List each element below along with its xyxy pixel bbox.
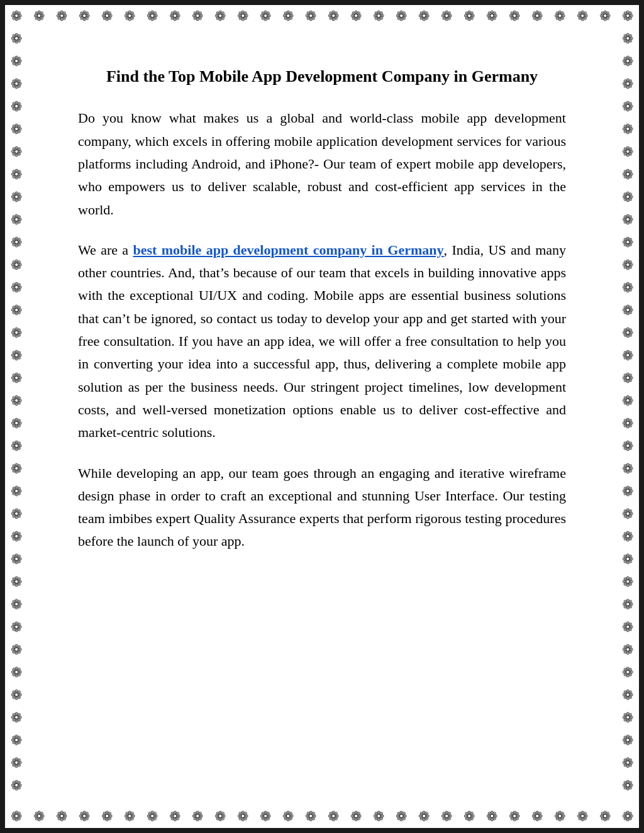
ornament-cell: ❁ bbox=[277, 5, 299, 28]
ornament-cell: ❁ bbox=[5, 73, 28, 96]
ornament-cell: ❁ bbox=[616, 277, 639, 299]
ornament-cell: ❁ bbox=[5, 96, 28, 118]
ornament-cell: ❁ bbox=[73, 5, 96, 28]
ornament-cell: ❁ bbox=[299, 5, 322, 28]
ornament-cell: ❁ bbox=[390, 5, 413, 28]
page-container: ❁❁❁❁❁❁❁❁❁❁❁❁❁❁❁❁❁❁❁❁❁❁❁❁❁❁❁❁ ❁❁❁❁❁❁❁❁❁❁❁… bbox=[0, 0, 644, 833]
ornament-cell: ❁ bbox=[616, 752, 639, 775]
ornament-cell: ❁ bbox=[231, 805, 254, 828]
ornament-cell: ❁ bbox=[5, 729, 28, 752]
ornament-cell: ❁ bbox=[616, 593, 639, 616]
ornament-cell: ❁ bbox=[164, 5, 186, 28]
ornament-cell: ❁ bbox=[616, 684, 639, 707]
ornament-cell: ❁ bbox=[616, 661, 639, 684]
ornament-cell: ❁ bbox=[616, 209, 639, 231]
paragraph-3: While developing an app, our team goes t… bbox=[78, 462, 566, 553]
ornament-cell: ❁ bbox=[435, 805, 458, 828]
ornament-cell: ❁ bbox=[594, 805, 616, 828]
ornament-cell: ❁ bbox=[616, 571, 639, 593]
ornament-cell: ❁ bbox=[616, 322, 639, 345]
ornament-cell: ❁ bbox=[277, 805, 299, 828]
ornament-cell: ❁ bbox=[345, 5, 367, 28]
ornament-cell: ❁ bbox=[5, 412, 28, 435]
ornament-cell: ❁ bbox=[616, 503, 639, 526]
ornament-cell: ❁ bbox=[5, 141, 28, 163]
ornament-cell: ❁ bbox=[571, 805, 594, 828]
ornament-cell: ❁ bbox=[5, 186, 28, 209]
ornament-cell: ❁ bbox=[186, 5, 209, 28]
para2-text-before: We are a bbox=[78, 242, 133, 258]
ornament-cell: ❁ bbox=[5, 526, 28, 548]
ornament-cell: ❁ bbox=[435, 5, 458, 28]
ornament-cell: ❁ bbox=[616, 299, 639, 322]
ornament-cell: ❁ bbox=[480, 5, 503, 28]
ornament-cell: ❁ bbox=[231, 5, 254, 28]
ornament-cell: ❁ bbox=[118, 805, 141, 828]
ornament-cell: ❁ bbox=[322, 5, 345, 28]
ornament-cell: ❁ bbox=[503, 5, 526, 28]
page-title: Find the Top Mobile App Development Comp… bbox=[78, 65, 566, 88]
ornament-cell: ❁ bbox=[5, 684, 28, 707]
ornament-cell: ❁ bbox=[616, 186, 639, 209]
ornament-cell: ❁ bbox=[616, 345, 639, 367]
ornament-cell: ❁ bbox=[5, 118, 28, 141]
ornament-cell: ❁ bbox=[5, 50, 28, 73]
ornament-cell: ❁ bbox=[616, 50, 639, 73]
ornament-cell: ❁ bbox=[5, 752, 28, 775]
ornament-cell: ❁ bbox=[5, 805, 28, 828]
ornament-cell: ❁ bbox=[5, 458, 28, 480]
ornament-cell: ❁ bbox=[367, 805, 390, 828]
ornament-cell: ❁ bbox=[616, 367, 639, 390]
ornament-cell: ❁ bbox=[616, 548, 639, 571]
ornament-cell: ❁ bbox=[548, 5, 571, 28]
ornament-bottom: ❁❁❁❁❁❁❁❁❁❁❁❁❁❁❁❁❁❁❁❁❁❁❁❁❁❁❁❁ bbox=[5, 805, 639, 828]
ornament-cell: ❁ bbox=[141, 5, 164, 28]
ornament-cell: ❁ bbox=[458, 805, 480, 828]
ornament-cell: ❁ bbox=[548, 805, 571, 828]
ornament-cell: ❁ bbox=[5, 345, 28, 367]
ornament-cell: ❁ bbox=[5, 661, 28, 684]
ornament-cell: ❁ bbox=[5, 775, 28, 797]
ornament-cell: ❁ bbox=[616, 118, 639, 141]
ornament-cell: ❁ bbox=[616, 231, 639, 254]
ornament-cell: ❁ bbox=[5, 231, 28, 254]
ornament-cell: ❁ bbox=[118, 5, 141, 28]
ornament-cell: ❁ bbox=[616, 435, 639, 458]
ornament-cell: ❁ bbox=[254, 805, 277, 828]
ornament-cell: ❁ bbox=[254, 5, 277, 28]
ornament-cell: ❁ bbox=[5, 480, 28, 503]
ornament-cell: ❁ bbox=[503, 805, 526, 828]
ornament-cell: ❁ bbox=[50, 805, 73, 828]
ornament-cell: ❁ bbox=[526, 805, 548, 828]
ornament-cell: ❁ bbox=[141, 805, 164, 828]
ornament-cell: ❁ bbox=[5, 390, 28, 412]
ornament-cell: ❁ bbox=[616, 5, 639, 28]
ornament-cell: ❁ bbox=[209, 805, 231, 828]
ornament-cell: ❁ bbox=[616, 163, 639, 186]
ornament-cell: ❁ bbox=[616, 480, 639, 503]
ornament-cell: ❁ bbox=[616, 73, 639, 96]
ornament-cell: ❁ bbox=[413, 5, 435, 28]
ornament-cell: ❁ bbox=[480, 805, 503, 828]
ornament-cell: ❁ bbox=[616, 805, 639, 828]
ornament-cell: ❁ bbox=[616, 458, 639, 480]
ornament-cell: ❁ bbox=[616, 775, 639, 797]
paragraph-1: Do you know what makes us a global and w… bbox=[78, 107, 566, 221]
ornament-cell: ❁ bbox=[616, 526, 639, 548]
best-company-link[interactable]: best mobile app development company in G… bbox=[133, 242, 444, 258]
ornament-cell: ❁ bbox=[594, 5, 616, 28]
ornament-cell: ❁ bbox=[616, 707, 639, 729]
ornament-cell: ❁ bbox=[571, 5, 594, 28]
ornament-cell: ❁ bbox=[390, 805, 413, 828]
ornament-cell: ❁ bbox=[96, 805, 118, 828]
ornament-cell: ❁ bbox=[164, 805, 186, 828]
ornament-cell: ❁ bbox=[5, 707, 28, 729]
ornament-cell: ❁ bbox=[5, 254, 28, 277]
ornament-cell: ❁ bbox=[5, 548, 28, 571]
ornament-cell: ❁ bbox=[5, 571, 28, 593]
ornament-cell: ❁ bbox=[209, 5, 231, 28]
ornament-cell: ❁ bbox=[322, 805, 345, 828]
ornament-cell: ❁ bbox=[616, 639, 639, 661]
ornament-cell: ❁ bbox=[28, 5, 50, 28]
ornament-cell: ❁ bbox=[5, 277, 28, 299]
